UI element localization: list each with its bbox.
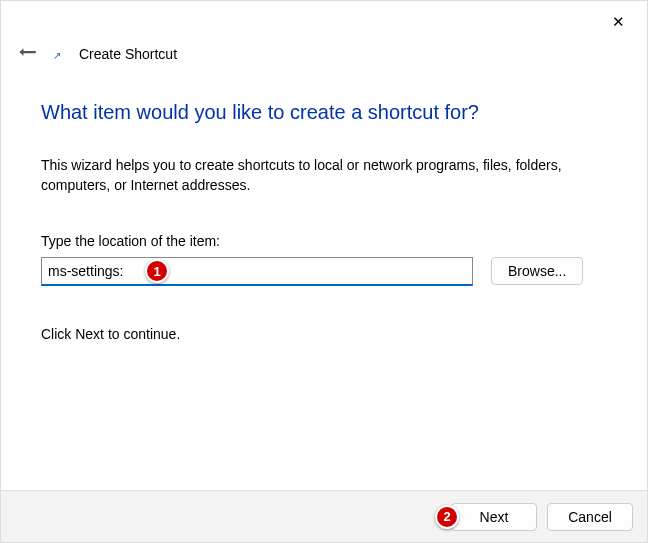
back-button[interactable]: 🠔 bbox=[19, 43, 37, 64]
window-title: Create Shortcut bbox=[79, 46, 177, 62]
location-input[interactable] bbox=[41, 257, 473, 286]
description-text: This wizard helps you to create shortcut… bbox=[41, 156, 607, 195]
callout-marker-2: 2 bbox=[435, 505, 459, 529]
close-button[interactable]: ✕ bbox=[604, 9, 633, 35]
shortcut-icon: ↗ bbox=[53, 50, 65, 62]
callout-marker-1: 1 bbox=[145, 259, 169, 283]
content-area: What item would you like to create a sho… bbox=[41, 101, 607, 342]
browse-button[interactable]: Browse... bbox=[491, 257, 583, 285]
continue-text: Click Next to continue. bbox=[41, 326, 607, 342]
next-button-wrap: 2 Next bbox=[451, 503, 537, 531]
input-row: Browse... bbox=[41, 257, 607, 286]
location-label: Type the location of the item: bbox=[41, 233, 607, 249]
next-button[interactable]: Next bbox=[451, 503, 537, 531]
page-heading: What item would you like to create a sho… bbox=[41, 101, 607, 124]
cancel-button[interactable]: Cancel bbox=[547, 503, 633, 531]
wizard-header: 🠔 ↗ Create Shortcut bbox=[19, 43, 177, 64]
footer-bar: 2 Next Cancel bbox=[1, 490, 647, 542]
